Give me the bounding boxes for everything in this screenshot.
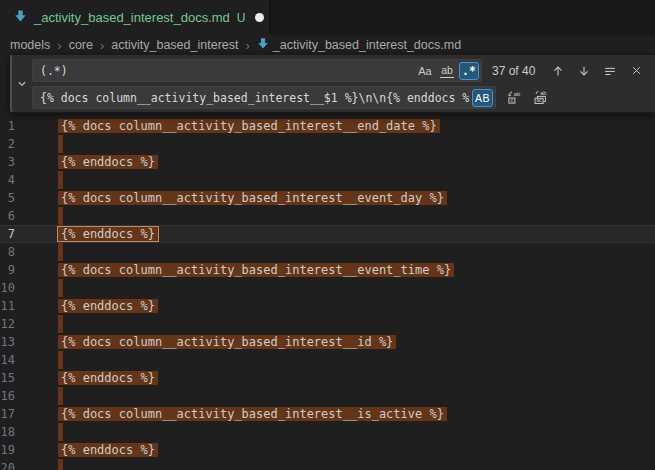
find-query-text: (.*) <box>40 64 413 78</box>
markdown-file-icon <box>14 9 27 27</box>
code-line[interactable]: 6 <box>0 207 655 225</box>
line-number[interactable]: 15 <box>0 369 15 387</box>
find-match-empty-highlight <box>58 279 63 297</box>
replace-all-button[interactable]: ab ac <box>530 88 550 108</box>
find-match-highlight: {% enddocs %} <box>58 443 158 457</box>
find-row: (.*) Aa ab .* 37 of 40 <box>32 59 650 82</box>
code-line[interactable]: 18 <box>0 423 655 441</box>
replace-button[interactable]: ab c <box>504 88 524 108</box>
code-line[interactable]: 11 {% enddocs %} <box>0 297 655 315</box>
code-line[interactable]: 1 {% docs column__activity_based_interes… <box>0 117 655 135</box>
line-number[interactable]: 20 <box>0 459 15 470</box>
find-match-highlight: {% docs column__activity_based_interest_… <box>58 335 396 349</box>
line-number[interactable]: 2 <box>0 135 15 153</box>
code-line[interactable]: 16 <box>0 387 655 405</box>
line-content: {% enddocs %} <box>61 441 155 459</box>
code-line[interactable]: 19 {% enddocs %} <box>0 441 655 459</box>
line-number[interactable]: 13 <box>0 333 15 351</box>
line-content: {% enddocs %} <box>61 369 155 387</box>
find-match-highlight: {% enddocs %} <box>58 227 158 241</box>
svg-text:ac: ac <box>536 97 542 103</box>
breadcrumb-item-activity-based-interest[interactable]: activity_based_interest <box>111 38 238 52</box>
tab-active-file[interactable]: _activity_based_interest_docs.md U <box>0 0 270 35</box>
find-match-empty-highlight <box>58 423 63 441</box>
find-in-selection-icon[interactable] <box>600 61 620 81</box>
code-area: 1 {% docs column__activity_based_interes… <box>0 117 655 470</box>
find-match-empty-highlight <box>58 459 63 470</box>
line-number[interactable]: 17 <box>0 405 15 423</box>
line-content: {% enddocs %} <box>61 297 155 315</box>
line-content: {% docs column__activity_based_interest_… <box>61 189 444 207</box>
find-match-empty-highlight <box>58 315 63 333</box>
find-match-highlight: {% docs column__activity_based_interest_… <box>58 191 447 205</box>
line-number[interactable]: 6 <box>0 207 15 225</box>
svg-text:ab: ab <box>513 91 519 97</box>
line-number[interactable]: 18 <box>0 423 15 441</box>
line-content: {% enddocs %} <box>61 225 155 243</box>
code-line[interactable]: 8 <box>0 243 655 261</box>
tab-filename: _activity_based_interest_docs.md <box>34 10 230 25</box>
preserve-case-toggle[interactable]: AB <box>472 89 493 107</box>
find-match-empty-highlight <box>58 387 63 405</box>
code-line[interactable]: 12 <box>0 315 655 333</box>
find-match-highlight: {% docs column__activity_based_interest_… <box>58 407 447 421</box>
breadcrumb-item-file[interactable]: _activity_based_interest_docs.md <box>257 37 461 53</box>
code-line[interactable]: 3 {% enddocs %} <box>0 153 655 171</box>
markdown-file-icon <box>257 37 273 53</box>
toggle-replace-button[interactable] <box>14 62 30 106</box>
code-line[interactable]: 13 {% docs column__activity_based_intere… <box>0 333 655 351</box>
find-match-empty-highlight <box>58 171 63 189</box>
line-number[interactable]: 16 <box>0 387 15 405</box>
code-line[interactable]: 2 <box>0 135 655 153</box>
line-content: {% docs column__activity_based_interest_… <box>61 261 451 279</box>
chevron-right-icon: › <box>57 38 61 53</box>
find-replace-widget: (.*) Aa ab .* 37 of 40 <box>10 55 655 113</box>
find-match-highlight: {% docs column__activity_based_interest_… <box>58 263 454 277</box>
code-line[interactable]: 15 {% enddocs %} <box>0 369 655 387</box>
find-match-highlight: {% docs column__activity_based_interest_… <box>58 119 440 133</box>
code-line[interactable]: 17 {% docs column__activity_based_intere… <box>0 405 655 423</box>
line-number[interactable]: 9 <box>0 261 15 279</box>
breadcrumb-item-models[interactable]: models <box>10 38 50 52</box>
find-match-highlight: {% enddocs %} <box>58 299 158 313</box>
line-number[interactable]: 3 <box>0 153 15 171</box>
modified-dot-icon[interactable] <box>255 13 264 22</box>
line-number[interactable]: 8 <box>0 243 15 261</box>
svg-text:ab: ab <box>540 90 546 96</box>
svg-text:c: c <box>510 97 513 103</box>
find-match-empty-highlight <box>58 135 63 153</box>
replace-value-text: {% docs column__activity_based_interest_… <box>40 91 470 105</box>
line-number[interactable]: 19 <box>0 441 15 459</box>
find-input[interactable]: (.*) Aa ab .* <box>32 59 482 82</box>
line-number[interactable]: 11 <box>0 297 15 315</box>
code-line[interactable]: 14 <box>0 351 655 369</box>
line-number[interactable]: 5 <box>0 189 15 207</box>
line-number[interactable]: 12 <box>0 315 15 333</box>
tab-bar: _activity_based_interest_docs.md U <box>0 0 655 35</box>
close-icon[interactable] <box>626 61 646 81</box>
previous-match-button[interactable] <box>548 61 568 81</box>
line-number[interactable]: 14 <box>0 351 15 369</box>
code-line[interactable]: 20 <box>0 459 655 470</box>
chevron-right-icon: › <box>245 38 249 53</box>
line-number[interactable]: 10 <box>0 279 15 297</box>
replace-input[interactable]: {% docs column__activity_based_interest_… <box>32 86 496 109</box>
code-line[interactable]: 5 {% docs column__activity_based_interes… <box>0 189 655 207</box>
breadcrumb-item-core[interactable]: core <box>69 38 93 52</box>
whole-word-toggle[interactable]: ab <box>437 62 457 80</box>
git-status-badge: U <box>237 11 246 25</box>
match-count: 37 of 40 <box>492 64 548 78</box>
code-line[interactable]: 9 {% docs column__activity_based_interes… <box>0 261 655 279</box>
regex-toggle[interactable]: .* <box>459 62 479 80</box>
line-content: {% docs column__activity_based_interest_… <box>61 333 393 351</box>
code-line[interactable]: 4 <box>0 171 655 189</box>
match-case-toggle[interactable]: Aa <box>415 62 435 80</box>
line-number[interactable]: 7 <box>0 225 15 243</box>
line-number[interactable]: 4 <box>0 171 15 189</box>
line-number[interactable]: 1 <box>0 117 15 135</box>
line-content: {% docs column__activity_based_interest_… <box>61 117 437 135</box>
next-match-button[interactable] <box>574 61 594 81</box>
code-line[interactable]: 10 <box>0 279 655 297</box>
code-line[interactable]: 7 {% enddocs %} <box>0 225 655 243</box>
find-match-empty-highlight <box>58 351 63 369</box>
